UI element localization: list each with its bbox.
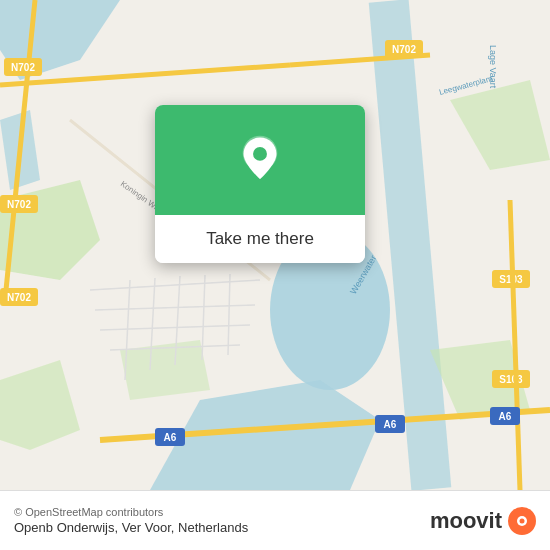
footer-bar: © OpenStreetMap contributors Openb Onder…	[0, 490, 550, 550]
moovit-logo: moovit	[430, 507, 536, 535]
svg-text:N702: N702	[392, 44, 416, 55]
moovit-logo-text: moovit	[430, 508, 502, 534]
svg-point-51	[253, 147, 267, 161]
take-me-there-button[interactable]: Take me there	[155, 215, 365, 263]
moovit-logo-dot	[508, 507, 536, 535]
footer-location: Openb Onderwijs, Ver Voor, Netherlands	[14, 520, 248, 535]
svg-text:A6: A6	[164, 432, 177, 443]
svg-text:A6: A6	[384, 419, 397, 430]
popup-card: Take me there	[155, 105, 365, 263]
popup-green-area	[155, 105, 365, 215]
svg-text:S103: S103	[499, 374, 523, 385]
map-container: N702 N702 N702 N702 Koningin Wilhelminal…	[0, 0, 550, 490]
svg-text:N702: N702	[7, 292, 31, 303]
svg-text:N702: N702	[7, 199, 31, 210]
footer-credit: © OpenStreetMap contributors	[14, 506, 248, 518]
svg-text:N702: N702	[11, 62, 35, 73]
svg-text:A6: A6	[499, 411, 512, 422]
svg-point-53	[520, 518, 525, 523]
location-pin-icon	[234, 134, 286, 186]
moovit-dot-icon	[514, 513, 530, 529]
footer-left: © OpenStreetMap contributors Openb Onder…	[14, 506, 248, 535]
